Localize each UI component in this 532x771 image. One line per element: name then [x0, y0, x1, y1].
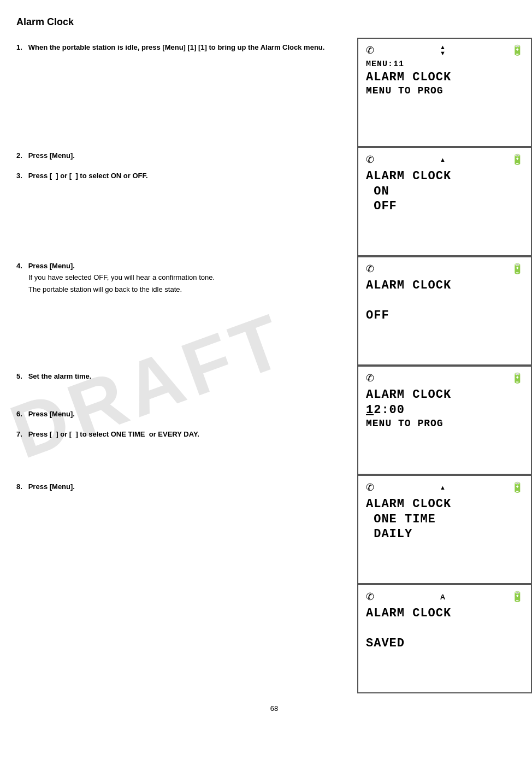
signal-icon-1: ✆: [366, 44, 374, 56]
page-number: 68: [16, 704, 532, 713]
step-4-body: If you have selected OFF, you will hear …: [28, 272, 346, 295]
step-8: 8. Press [Menu].: [16, 482, 346, 493]
signal-icon-5: ✆: [366, 481, 374, 493]
battery-icon-2: 🔋: [511, 154, 523, 166]
screen-1: ✆ ▲ ▼ 🔋 MENU:11 ALARM CLOCK MENU TO PROG: [357, 38, 532, 147]
screen-5-line-1: ALARM CLOCK: [366, 497, 523, 512]
screen-6: ✆ A 🔋 ALARM CLOCK SAVED: [357, 584, 532, 693]
screen-1-content: MENU:11 ALARM CLOCK MENU TO PROG: [366, 60, 523, 140]
screen-6-line-2: [366, 621, 523, 637]
screen-1-top-bar: ✆ ▲ ▼ 🔋: [366, 44, 523, 56]
screen-2-top-bar: ✆ ▲ 🔋: [366, 154, 523, 166]
step-1-header: 1. When the portable station is idle, pr…: [16, 43, 346, 51]
screen-4-line-2: 12:00: [366, 403, 523, 418]
screen-2-content: ALARM CLOCK ON OFF: [366, 169, 523, 250]
step-4: 4. Press [Menu]. If you have selected OF…: [16, 262, 346, 296]
step-4-text: Press [Menu].: [28, 262, 75, 270]
scroll-arrows-1: ▲ ▼: [440, 44, 446, 56]
screen-5-top-bar: ✆ ▲ 🔋: [366, 481, 523, 493]
step-group-4: 5. Set the alarm time. 6. Press [Menu]. …: [16, 367, 346, 477]
scroll-arrows-2: ▲: [440, 157, 446, 163]
signal-icon-4: ✆: [366, 372, 374, 384]
screen-6-center-label: A: [440, 593, 445, 601]
step-group-5: 8. Press [Menu].: [16, 477, 346, 587]
signal-icon-6: ✆: [366, 591, 374, 603]
battery-icon-4: 🔋: [511, 372, 523, 384]
screen-4: ✆ 🔋 ALARM CLOCK 12:00 MENU TO PROG: [357, 366, 532, 475]
screen-6-top-bar: ✆ A 🔋: [366, 591, 523, 603]
screen-6-content: ALARM CLOCK SAVED: [366, 606, 523, 687]
step-7-text: Press [ ] or [ ] to select ONE TIME or E…: [28, 430, 199, 438]
screen-4-line-3: MENU TO PROG: [366, 417, 523, 430]
screen-5: ✆ ▲ 🔋 ALARM CLOCK ONE TIME DAILY: [357, 475, 532, 584]
step-3-text: Press [ ] or [ ] to select ON or OFF.: [28, 172, 148, 180]
screen-3-line-2: [366, 293, 523, 309]
step-1-text: When the portable station is idle, press…: [28, 43, 325, 51]
battery-icon-5: 🔋: [511, 481, 523, 493]
step-group-2: 2. Press [Menu]. 3. Press [ ] or [ ] to …: [16, 146, 346, 256]
screen-4-top-bar: ✆ 🔋: [366, 372, 523, 384]
screen-3: ✆ 🔋 ALARM CLOCK OFF: [357, 256, 532, 366]
step-4-header: 4. Press [Menu].: [16, 262, 346, 270]
step-group-3: 4. Press [Menu]. If you have selected OF…: [16, 256, 346, 367]
step-2-text: Press [Menu].: [28, 151, 75, 160]
step-2: 2. Press [Menu].: [16, 151, 346, 162]
step-5: 5. Set the alarm time.: [16, 372, 346, 382]
screen-4-content: ALARM CLOCK 12:00 MENU TO PROG: [366, 387, 523, 468]
step-8-header: 8. Press [Menu].: [16, 482, 346, 491]
screen-2-line-1: ALARM CLOCK: [366, 169, 523, 184]
screen-3-content: ALARM CLOCK OFF: [366, 278, 523, 359]
step-7-header: 7. Press [ ] or [ ] to select ONE TIME o…: [16, 430, 346, 438]
step-3-header: 3. Press [ ] or [ ] to select ON or OFF.: [16, 172, 346, 180]
screen-3-line-1: ALARM CLOCK: [366, 278, 523, 293]
screen-3-top-bar: ✆ 🔋: [366, 263, 523, 275]
screen-1-line-1: MENU:11: [366, 60, 523, 70]
screen-1-line-2: ALARM CLOCK: [366, 70, 523, 85]
step-3: 3. Press [ ] or [ ] to select ON or OFF.: [16, 172, 346, 182]
battery-icon-3: 🔋: [511, 263, 523, 275]
step-group-1: 1. When the portable station is idle, pr…: [16, 38, 346, 146]
screen-2: ✆ ▲ 🔋 ALARM CLOCK ON OFF: [357, 147, 532, 256]
battery-icon-6: 🔋: [511, 591, 523, 603]
page-title: Alarm Clock: [16, 16, 532, 28]
screen-2-line-3: OFF: [366, 199, 523, 214]
signal-icon-2: ✆: [366, 154, 374, 166]
screen-5-line-3: DAILY: [366, 527, 523, 542]
signal-icon-3: ✆: [366, 263, 374, 275]
step-6-text: Press [Menu].: [28, 410, 75, 418]
step-8-text: Press [Menu].: [28, 482, 75, 491]
screen-5-content: ALARM CLOCK ONE TIME DAILY: [366, 497, 523, 578]
screen-5-line-2: ONE TIME: [366, 512, 523, 527]
instructions-column: 1. When the portable station is idle, pr…: [16, 38, 357, 693]
screen-4-line-1: ALARM CLOCK: [366, 387, 523, 403]
step-5-text: Set the alarm time.: [28, 372, 92, 380]
step-6: 6. Press [Menu].: [16, 410, 346, 420]
screens-column: ✆ ▲ ▼ 🔋 MENU:11 ALARM CLOCK MENU TO PROG…: [357, 38, 532, 693]
cursor-1: 1: [366, 403, 374, 417]
scroll-arrows-5: ▲: [440, 485, 446, 491]
screen-3-line-3: OFF: [366, 308, 523, 323]
screen-6-line-3: SAVED: [366, 636, 523, 651]
step-7: 7. Press [ ] or [ ] to select ONE TIME o…: [16, 430, 346, 440]
step-1: 1. When the portable station is idle, pr…: [16, 43, 346, 54]
step-6-header: 6. Press [Menu].: [16, 410, 346, 418]
screen-2-line-2: ON: [366, 184, 523, 199]
step-2-header: 2. Press [Menu].: [16, 151, 346, 160]
screen-6-line-1: ALARM CLOCK: [366, 606, 523, 621]
screen-1-line-3: MENU TO PROG: [366, 85, 523, 97]
battery-icon-1: 🔋: [511, 44, 523, 56]
step-5-header: 5. Set the alarm time.: [16, 372, 346, 380]
